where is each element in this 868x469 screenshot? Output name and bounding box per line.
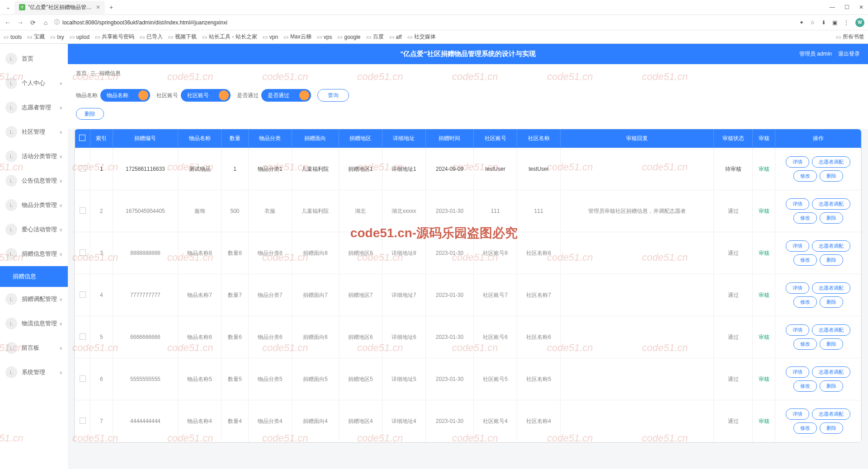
bookmark-item[interactable]: ▭Max云梯: [283, 33, 311, 41]
detail-button[interactable]: 详情: [786, 366, 809, 378]
assign-button[interactable]: 志愿者调配: [812, 156, 850, 168]
breadcrumb-home[interactable]: 首页: [76, 70, 87, 77]
delete-button[interactable]: 删除: [820, 170, 843, 182]
bookmark-item[interactable]: ▭txy: [50, 34, 64, 40]
detail-button[interactable]: 详情: [786, 282, 809, 294]
star-icon[interactable]: ☆: [810, 19, 815, 26]
menu-icon[interactable]: ⋮: [844, 19, 849, 26]
site-info-icon[interactable]: ⓘ: [54, 19, 60, 26]
bookmark-item[interactable]: ▭已导入: [140, 33, 163, 41]
detail-button[interactable]: 详情: [786, 324, 809, 336]
sidebar-item[interactable]: L公告信息管理∨: [0, 169, 68, 193]
logout-link[interactable]: 退出登录: [838, 50, 860, 58]
bookmark-item[interactable]: ▭aff: [389, 34, 402, 40]
audit-link[interactable]: 审核: [759, 334, 769, 340]
row-checkbox[interactable]: [80, 165, 86, 172]
edit-button[interactable]: 修改: [793, 380, 817, 392]
audit-link[interactable]: 审核: [759, 292, 769, 298]
bookmark-item[interactable]: ▭站长工具 - 站长之家: [202, 33, 257, 41]
bookmark-item[interactable]: ▭宝藏: [27, 33, 45, 41]
sidebar-item[interactable]: L系统管理∨: [0, 360, 68, 385]
close-icon[interactable]: ✕: [96, 4, 100, 10]
audit-link[interactable]: 审核: [759, 208, 769, 214]
assign-button[interactable]: 志愿者调配: [812, 408, 850, 420]
sidebar-item[interactable]: L爱心活动管理∨: [0, 217, 68, 242]
tab-dropdown-icon[interactable]: ⌄: [4, 4, 13, 10]
browser-tab[interactable]: Y "亿点爱"社区捐赠物品管理系统 ✕: [14, 1, 105, 14]
url-text[interactable]: localhost:8080/springboot36ukf/admin/dis…: [62, 19, 227, 26]
bookmark-item[interactable]: ▭vps: [317, 34, 332, 40]
edit-button[interactable]: 修改: [793, 338, 817, 350]
reload-icon[interactable]: ⟳: [29, 19, 37, 26]
gemini-icon[interactable]: ✦: [799, 19, 804, 26]
table-cell: 待审核: [714, 148, 753, 190]
delete-button[interactable]: 删除: [820, 296, 843, 308]
row-checkbox[interactable]: [80, 333, 86, 340]
edit-button[interactable]: 修改: [793, 296, 817, 308]
assign-button[interactable]: 志愿者调配: [812, 324, 850, 336]
audit-link[interactable]: 审核: [759, 166, 769, 172]
bookmark-item[interactable]: ▭共享账号密码: [95, 33, 134, 41]
bookmark-item[interactable]: ▭tools: [4, 34, 22, 40]
filter-input-account[interactable]: 社区账号: [181, 89, 231, 102]
minimize-icon[interactable]: —: [829, 4, 835, 10]
bookmark-item[interactable]: ▭uplod: [70, 34, 90, 40]
row-checkbox[interactable]: [80, 375, 86, 382]
delete-button[interactable]: 删除: [820, 380, 843, 392]
forward-icon[interactable]: →: [16, 19, 24, 26]
row-checkbox[interactable]: [80, 291, 86, 298]
home-icon[interactable]: ⌂: [42, 19, 50, 26]
bookmark-all[interactable]: ▭ 所有书签: [836, 33, 864, 41]
audit-link[interactable]: 审核: [759, 250, 769, 256]
batch-delete-button[interactable]: 删除: [76, 108, 104, 120]
assign-button[interactable]: 志愿者调配: [812, 282, 850, 294]
bookmark-item[interactable]: ▭视频下载: [168, 33, 197, 41]
row-checkbox[interactable]: [80, 207, 86, 214]
bookmark-item[interactable]: ▭百度: [366, 33, 384, 41]
sidebar-item[interactable]: L留言板∨: [0, 336, 68, 360]
bookmark-item[interactable]: ▭社交媒体: [407, 33, 436, 41]
sidebar-item[interactable]: L物品分类管理∨: [0, 193, 68, 217]
audit-link[interactable]: 审核: [759, 418, 769, 424]
delete-button[interactable]: 删除: [820, 254, 843, 266]
close-window-icon[interactable]: ✕: [858, 4, 864, 10]
edit-button[interactable]: 修改: [793, 422, 817, 434]
sidebar-item[interactable]: L活动分类管理∨: [0, 144, 68, 169]
detail-button[interactable]: 详情: [786, 408, 809, 420]
delete-button[interactable]: 删除: [820, 422, 843, 434]
filter-input-name[interactable]: 物品名称: [100, 89, 150, 102]
back-icon[interactable]: ←: [4, 19, 12, 26]
row-checkbox[interactable]: [80, 417, 86, 424]
maximize-icon[interactable]: ☐: [844, 4, 850, 10]
query-button[interactable]: 查询: [317, 89, 349, 102]
detail-button[interactable]: 详情: [786, 156, 809, 168]
assign-button[interactable]: 志愿者调配: [812, 366, 850, 378]
filter-select-passed[interactable]: 是否通过: [261, 89, 311, 102]
audit-link[interactable]: 审核: [759, 376, 769, 382]
delete-button[interactable]: 删除: [820, 338, 843, 350]
new-tab-button[interactable]: +: [107, 4, 116, 11]
download-icon[interactable]: ⬇: [821, 19, 826, 26]
row-checkbox[interactable]: [80, 249, 86, 256]
sidebar-item[interactable]: L个人中心∨: [0, 71, 68, 95]
delete-button[interactable]: 删除: [820, 212, 843, 224]
edit-button[interactable]: 修改: [793, 254, 817, 266]
sidebar-item[interactable]: L社区管理∨: [0, 120, 68, 144]
edit-button[interactable]: 修改: [793, 170, 817, 182]
sidebar-item[interactable]: L捐赠信息管理∧: [0, 242, 68, 266]
sidebar-item[interactable]: 捐赠信息: [0, 266, 68, 287]
profile-avatar[interactable]: W: [855, 18, 864, 27]
extensions-icon[interactable]: ▣: [832, 19, 837, 26]
sidebar-item[interactable]: L捐赠调配管理∨: [0, 287, 68, 311]
select-all-checkbox[interactable]: [79, 135, 85, 141]
detail-button[interactable]: 详情: [786, 198, 809, 210]
detail-button[interactable]: 详情: [786, 240, 809, 252]
sidebar-item[interactable]: L志愿者管理∨: [0, 95, 68, 120]
assign-button[interactable]: 志愿者调配: [812, 198, 850, 210]
edit-button[interactable]: 修改: [793, 212, 817, 224]
sidebar-item[interactable]: L首页: [0, 47, 68, 71]
bookmark-item[interactable]: ▭google: [337, 34, 360, 40]
sidebar-item[interactable]: L物流信息管理∨: [0, 311, 68, 336]
assign-button[interactable]: 志愿者调配: [812, 240, 850, 252]
bookmark-item[interactable]: ▭vpn: [263, 34, 278, 40]
